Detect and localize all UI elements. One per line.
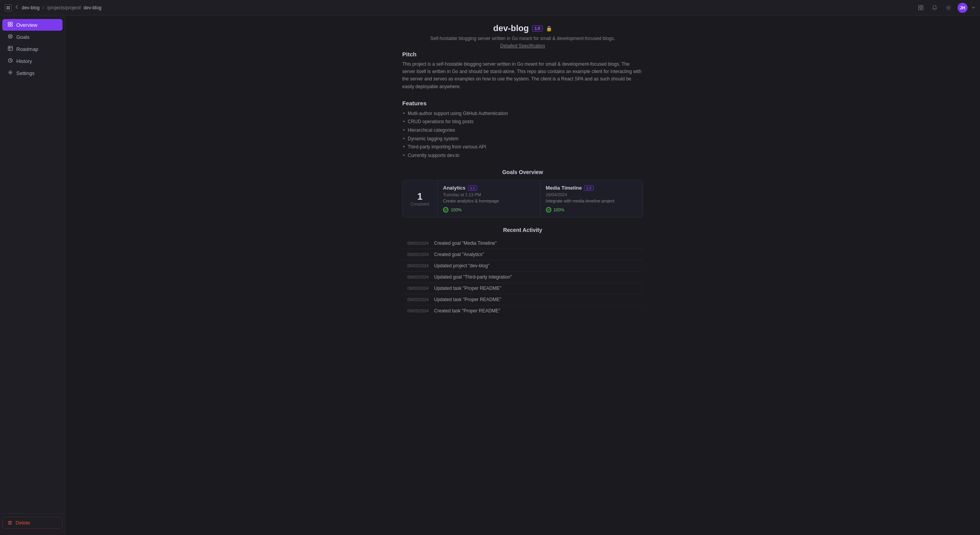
activity-text: Updated project "dev-blog" [434, 263, 490, 268]
activity-date: 09/03/2024 [402, 308, 429, 313]
content-area: dev-blog 1.0 🔒 Self-hostable blogging se… [65, 16, 980, 535]
activity-date: 09/03/2024 [402, 241, 429, 246]
sidebar-item-history[interactable]: History [2, 55, 63, 67]
svg-rect-11 [8, 25, 10, 27]
bell-icon[interactable] [930, 3, 940, 13]
sidebar-item-roadmap-label: Roadmap [16, 46, 38, 52]
extensions-icon[interactable] [916, 3, 926, 13]
goal-media-progress-text: 100% [554, 207, 565, 212]
breadcrumb-project[interactable]: dev-blog [22, 5, 40, 10]
activity-item: 09/03/2024 Updated task "Proper README" [402, 294, 643, 305]
goal-media-header: Media Timeline 1.2 [546, 185, 638, 191]
svg-rect-7 [921, 8, 923, 10]
expand-icon[interactable] [971, 5, 975, 10]
detail-link[interactable]: Detailed Specification [500, 43, 545, 49]
goal-media-desc: Integrate with media-timeline project [546, 199, 638, 203]
activity-date: 09/03/2024 [402, 275, 429, 279]
sidebar-item-overview-label: Overview [16, 22, 37, 28]
goal-analytics-badge: 1.1 [468, 185, 478, 191]
progress-circle [546, 207, 551, 213]
avatar[interactable]: JH [957, 3, 968, 13]
back-button[interactable] [14, 4, 19, 11]
topbar: dev-blog > /projects/project/ dev-blog [0, 0, 980, 16]
activity-item: 09/03/2024 Updated goal "Third-party int… [402, 272, 643, 283]
main-layout: Overview Goals [0, 16, 980, 535]
activity-title: Recent Activity [402, 227, 643, 233]
breadcrumb-sep: > [42, 5, 45, 10]
history-icon [7, 58, 13, 64]
svg-point-19 [9, 72, 11, 73]
goal-analytics-progress: 100% [443, 207, 535, 213]
sidebar-item-goals[interactable]: Goals [2, 31, 63, 43]
features-section: Features Mutli-author support using GitH… [402, 100, 643, 160]
page-header: dev-blog 1.0 🔒 Self-hostable blogging se… [81, 23, 964, 49]
list-item: Dynamic tagging system [402, 135, 643, 143]
activity-item: 09/03/2024 Created task "Proper README" [402, 305, 643, 316]
features-title: Features [402, 100, 643, 106]
goals-grid: 1 Completed Analytics 1.1 Tuesday at 1:1… [402, 180, 643, 218]
sidebar-item-settings-label: Settings [16, 70, 35, 76]
goals-overview-title: Goals Overview [402, 169, 643, 175]
sidebar-item-roadmap[interactable]: Roadmap [2, 43, 63, 55]
goal-card-analytics[interactable]: Analytics 1.1 Tuesday at 1:13 PM Create … [438, 180, 540, 217]
activity-item: 09/03/2024 Updated task "Proper README" [402, 283, 643, 294]
svg-rect-1 [9, 6, 10, 8]
sidebar-item-history-label: History [16, 58, 32, 64]
goal-media-date: 16/04/2024 [546, 192, 638, 197]
activity-text: Updated task "Proper README" [434, 297, 501, 302]
page-title: dev-blog [493, 23, 529, 33]
sidebar-bottom: Delete [0, 513, 65, 532]
svg-rect-6 [918, 8, 920, 10]
svg-rect-4 [918, 5, 920, 7]
topbar-right: JH [916, 3, 975, 13]
activity-text: Updated task "Proper README" [434, 286, 501, 291]
delete-button[interactable]: Delete [2, 517, 63, 529]
goal-analytics-desc: Create analytics & homepage [443, 199, 535, 203]
sidebar-nav: Overview Goals [0, 19, 65, 513]
sidebar-item-overview[interactable]: Overview [2, 19, 63, 31]
pitch-section: Pitch This project is a self-hostable bl… [402, 51, 643, 91]
sidebar-item-settings[interactable]: Settings [2, 67, 63, 79]
activity-text: Created task "Proper README" [434, 308, 500, 314]
pitch-text: This project is a self-hostable blogging… [402, 61, 643, 91]
sidebar-item-goals-label: Goals [16, 34, 30, 40]
activity-date: 09/03/2024 [402, 297, 429, 302]
svg-point-14 [9, 36, 11, 37]
svg-rect-10 [10, 22, 12, 24]
list-item: Hierarchical categories [402, 126, 643, 135]
activity-date: 09/03/2024 [402, 252, 429, 257]
goals-summary: 1 Completed [403, 180, 438, 217]
list-item: Mutli-author support using GitHub Authen… [402, 110, 643, 118]
svg-rect-9 [8, 22, 10, 24]
completed-label: Completed [410, 202, 429, 206]
goal-analytics-header: Analytics 1.1 [443, 185, 535, 191]
activity-item: 09/03/2024 Created goal "Analytics" [402, 249, 643, 260]
svg-rect-5 [921, 5, 923, 7]
svg-rect-3 [9, 8, 10, 9]
breadcrumb-path: /projects/project/ [47, 5, 81, 10]
page-title-row: dev-blog 1.0 🔒 [81, 23, 964, 33]
gear-icon[interactable] [944, 3, 954, 13]
app-icon[interactable] [5, 4, 12, 11]
progress-circle [443, 207, 448, 213]
goal-media-name: Media Timeline [546, 185, 582, 191]
goals-icon [7, 34, 13, 40]
breadcrumb-current[interactable]: dev-blog [83, 5, 101, 10]
list-item: Third-party importing from various API [402, 143, 643, 152]
svg-rect-15 [8, 46, 12, 51]
goal-analytics-name: Analytics [443, 185, 466, 191]
pitch-title: Pitch [402, 51, 643, 58]
settings-icon [7, 70, 13, 76]
topbar-left: dev-blog > /projects/project/ dev-blog [5, 4, 101, 11]
activity-list: 09/03/2024 Created goal "Media Timeline"… [402, 238, 643, 316]
roadmap-icon [7, 46, 13, 52]
activity-date: 09/03/2024 [402, 286, 429, 291]
activity-item: 09/03/2024 Updated project "dev-blog" [402, 260, 643, 272]
trash-icon [7, 520, 12, 525]
overview-icon [7, 22, 13, 28]
goal-card-media-timeline[interactable]: Media Timeline 1.2 16/04/2024 Integrate … [540, 180, 643, 217]
list-item: Currently supports dev.to [402, 152, 643, 160]
completed-count: 1 [417, 191, 422, 202]
activity-text: Updated goal "Third-party integration" [434, 274, 512, 280]
delete-label: Delete [16, 520, 30, 526]
